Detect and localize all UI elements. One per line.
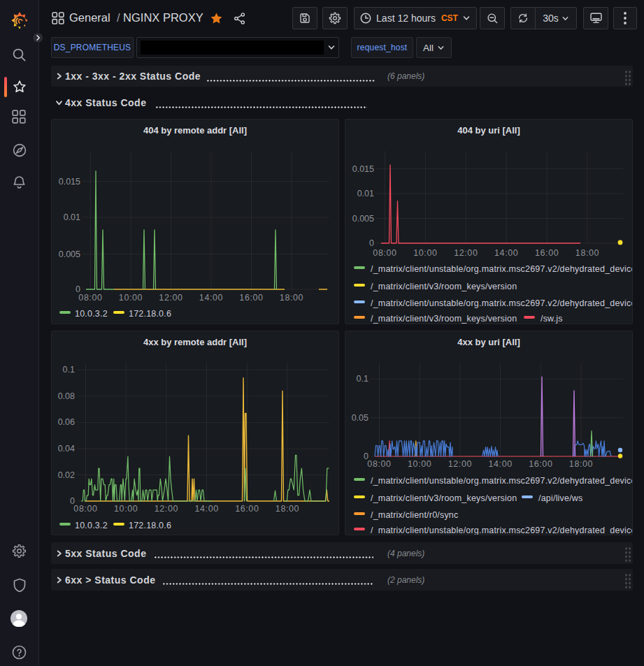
svg-text:0.01: 0.01 <box>357 189 374 198</box>
svg-text:/_matrix/client/unstable/org.m: /_matrix/client/unstable/org.matrix.msc2… <box>371 476 632 486</box>
svg-text:/_matrix/client/v3/room_keys/v: /_matrix/client/v3/room_keys/version <box>371 314 517 324</box>
svg-text:/_matrix/client/unstable/org.m: /_matrix/client/unstable/org.matrix.msc2… <box>371 526 632 535</box>
svg-text:0.1: 0.1 <box>63 365 75 375</box>
svg-text:18:00: 18:00 <box>575 248 599 258</box>
svg-text:16:00: 16:00 <box>529 459 552 469</box>
svg-text:14:00: 14:00 <box>494 248 518 258</box>
svg-text:/api/live/ws: /api/live/ws <box>538 493 583 503</box>
svg-text:0.08: 0.08 <box>58 391 75 401</box>
svg-text:12:00: 12:00 <box>454 248 478 258</box>
svg-text:0.005: 0.005 <box>352 214 374 224</box>
svg-text:/sw.js: /sw.js <box>541 314 563 324</box>
svg-text:0.05: 0.05 <box>352 413 368 423</box>
svg-text:10:00: 10:00 <box>413 248 437 258</box>
svg-text:08:00: 08:00 <box>373 248 396 258</box>
svg-text:0.015: 0.015 <box>59 177 80 187</box>
svg-text:/_matrix/client/unstable/org.m: /_matrix/client/unstable/org.matrix.msc2… <box>371 298 632 308</box>
svg-text:08:00: 08:00 <box>78 293 102 303</box>
svg-text:/_matrix/client/unstable/org.m: /_matrix/client/unstable/org.matrix.msc2… <box>371 264 632 274</box>
svg-text:0.02: 0.02 <box>58 470 75 480</box>
svg-text:14:00: 14:00 <box>199 293 223 303</box>
svg-text:10:00: 10:00 <box>119 293 143 303</box>
svg-text:14:00: 14:00 <box>488 459 512 469</box>
svg-text:172.18.0.6: 172.18.0.6 <box>129 309 171 319</box>
svg-text:10.0.3.2: 10.0.3.2 <box>75 309 108 319</box>
svg-text:08:00: 08:00 <box>73 504 97 514</box>
svg-text:10:00: 10:00 <box>408 459 431 469</box>
svg-text:0.015: 0.015 <box>352 164 374 174</box>
svg-text:172.18.0.6: 172.18.0.6 <box>129 521 171 530</box>
svg-text:16:00: 16:00 <box>535 248 559 258</box>
svg-text:0.06: 0.06 <box>58 417 75 427</box>
svg-text:14:00: 14:00 <box>194 504 218 514</box>
svg-text:0: 0 <box>369 238 374 248</box>
svg-text:16:00: 16:00 <box>239 293 263 303</box>
svg-text:08:00: 08:00 <box>367 459 391 469</box>
svg-text:12:00: 12:00 <box>159 293 183 303</box>
svg-text:0.1: 0.1 <box>357 374 368 384</box>
svg-text:12:00: 12:00 <box>448 459 472 469</box>
svg-text:/_matrix/client/v3/room_keys/v: /_matrix/client/v3/room_keys/version <box>371 282 517 291</box>
svg-text:18:00: 18:00 <box>276 504 299 514</box>
svg-text:0.01: 0.01 <box>64 212 80 222</box>
svg-text:0.04: 0.04 <box>58 444 75 454</box>
svg-text:10:00: 10:00 <box>114 504 138 514</box>
svg-text:16:00: 16:00 <box>235 504 259 514</box>
svg-text:0.005: 0.005 <box>59 249 80 259</box>
svg-text:12:00: 12:00 <box>155 504 178 514</box>
svg-text:10.0.3.2: 10.0.3.2 <box>75 521 108 530</box>
svg-text:/_matrix/client/v3/room_keys/v: /_matrix/client/v3/room_keys/version <box>371 493 517 503</box>
svg-text:18:00: 18:00 <box>280 293 303 303</box>
svg-text:/_matrix/client/r0/sync: /_matrix/client/r0/sync <box>371 510 458 520</box>
svg-text:18:00: 18:00 <box>569 459 593 469</box>
